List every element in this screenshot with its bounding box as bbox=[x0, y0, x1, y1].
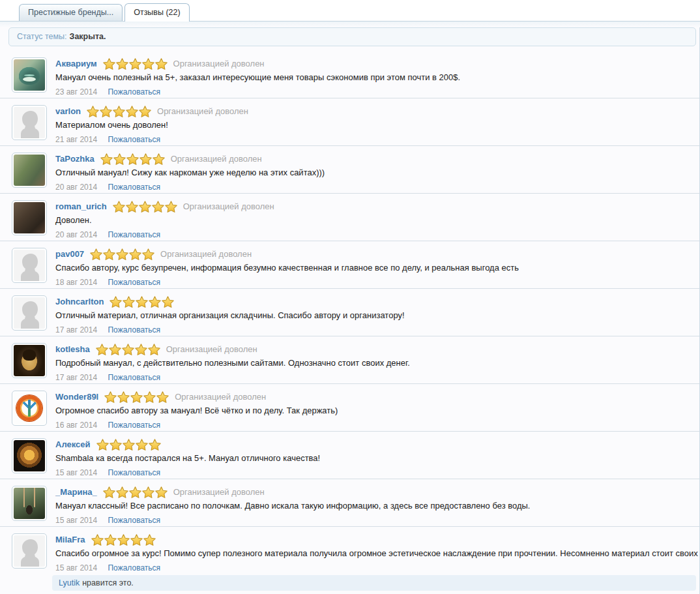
review-meta: 17 авг 2014 Пожаловаться bbox=[55, 373, 410, 382]
review-meta: 21 авг 2014 Пожаловаться bbox=[55, 135, 248, 144]
report-link[interactable]: Пожаловаться bbox=[108, 230, 160, 239]
avatar[interactable] bbox=[12, 391, 47, 426]
username-link[interactable]: TaPozhka bbox=[55, 154, 95, 164]
avatar[interactable] bbox=[12, 486, 47, 521]
tab-bar: Престижные бренды... Отзывы (22) bbox=[0, 0, 700, 22]
org-satisfied-label: Организацией доволен bbox=[173, 59, 265, 68]
avatar-image bbox=[14, 202, 45, 233]
review-date: 16 авг 2014 bbox=[55, 421, 97, 430]
review-body: Johncarlton Отличный материал, отличная … bbox=[55, 295, 405, 336]
review-text: Спасибо автору, курс безупречен, информа… bbox=[55, 262, 519, 273]
avatar-image bbox=[14, 297, 45, 329]
report-link[interactable]: Пожаловаться bbox=[108, 325, 160, 334]
avatar[interactable] bbox=[12, 105, 47, 140]
main-content: Статус темы:Закрыта. Аквариум bbox=[0, 27, 700, 594]
star-icon bbox=[122, 344, 134, 355]
report-link[interactable]: Пожаловаться bbox=[108, 421, 160, 430]
avatar-image bbox=[14, 393, 45, 424]
review-text: Отличный материал, отличная организация … bbox=[55, 310, 405, 321]
report-link[interactable]: Пожаловаться bbox=[108, 563, 160, 572]
username-link[interactable]: roman_urich bbox=[55, 201, 107, 211]
review-text: Спасибо огромное за курс! Помимо супер п… bbox=[55, 548, 694, 559]
review-text: Подробный мануал, с действительно полезн… bbox=[55, 357, 410, 368]
likes-suffix-text: нравится это. bbox=[82, 578, 134, 587]
star-icon bbox=[149, 439, 161, 451]
username-link[interactable]: Johncarlton bbox=[55, 297, 104, 306]
review-date: 15 авг 2014 bbox=[55, 516, 97, 525]
username-link[interactable]: kotlesha bbox=[55, 344, 90, 354]
review-meta: 15 авг 2014 Пожаловаться bbox=[55, 516, 530, 525]
star-icon bbox=[103, 486, 115, 498]
review-header: kotlesha Организацией доволен bbox=[55, 343, 410, 355]
star-icon bbox=[142, 486, 154, 498]
avatar[interactable] bbox=[12, 438, 47, 473]
username-link[interactable]: Алексей bbox=[55, 439, 91, 449]
review-text: Огромное спасибо автору за мануал! Всё ч… bbox=[55, 405, 338, 416]
review-date: 15 авг 2014 bbox=[55, 468, 97, 477]
star-icon bbox=[162, 296, 174, 308]
star-icon bbox=[139, 201, 151, 213]
report-link[interactable]: Пожаловаться bbox=[108, 373, 160, 382]
star-icon bbox=[87, 106, 99, 117]
review-header: varlon Организацией доволен bbox=[55, 105, 248, 117]
review-item: _Марина_ Организацией доволен Мануал кла… bbox=[0, 479, 699, 526]
review-item: MilaFra Спасибо огромное за курс! Помимо… bbox=[0, 526, 699, 574]
tab-reviews[interactable]: Отзывы (22) bbox=[124, 3, 190, 22]
org-satisfied-label: Организацией доволен bbox=[183, 201, 274, 211]
review-text: Мануал классный! Все расписано по полочк… bbox=[55, 500, 530, 511]
username-link[interactable]: Wonder89l bbox=[55, 392, 98, 402]
forum-reviews-page: Престижные бренды... Отзывы (22) Статус … bbox=[0, 0, 700, 594]
avatar[interactable] bbox=[12, 200, 47, 235]
review-date: 15 авг 2014 bbox=[55, 563, 97, 572]
star-icon bbox=[139, 153, 152, 165]
star-icon bbox=[130, 391, 143, 403]
liker-username-link[interactable]: Lyutik bbox=[59, 578, 80, 587]
report-link[interactable]: Пожаловаться bbox=[108, 183, 160, 192]
tab-prestige-brands[interactable]: Престижные бренды... bbox=[19, 4, 123, 21]
avatar[interactable] bbox=[12, 153, 47, 188]
star-icon bbox=[109, 439, 122, 451]
report-link[interactable]: Пожаловаться bbox=[108, 135, 160, 144]
username-link[interactable]: pav007 bbox=[55, 249, 84, 259]
review-meta: 15 авг 2014 Пожаловаться bbox=[55, 468, 320, 477]
rating-five-stars bbox=[96, 439, 161, 451]
avatar-image bbox=[14, 59, 45, 91]
rating-five-stars bbox=[91, 534, 156, 546]
star-icon bbox=[116, 58, 128, 70]
star-icon bbox=[103, 58, 115, 70]
review-text: Материалом очень доволен! bbox=[55, 119, 248, 130]
review-body: kotlesha Организацией доволен Подробный … bbox=[55, 343, 410, 383]
star-icon bbox=[109, 344, 121, 355]
star-icon bbox=[155, 58, 168, 70]
star-icon bbox=[129, 58, 141, 70]
review-text: Отличный мануал! Сижу как наркоман уже н… bbox=[55, 167, 325, 178]
avatar[interactable] bbox=[12, 248, 47, 283]
avatar[interactable] bbox=[12, 295, 47, 331]
star-icon bbox=[126, 106, 138, 117]
username-link[interactable]: varlon bbox=[55, 106, 81, 116]
star-icon bbox=[100, 106, 112, 117]
avatar[interactable] bbox=[12, 533, 47, 569]
username-link[interactable]: _Марина_ bbox=[55, 487, 97, 497]
username-link[interactable]: MilaFra bbox=[55, 535, 85, 544]
star-icon bbox=[149, 296, 161, 308]
review-body: _Марина_ Организацией доволен Мануал кла… bbox=[55, 486, 530, 526]
star-icon bbox=[130, 534, 143, 546]
review-item: Алексей Shambala ка всегда постарался на… bbox=[0, 431, 699, 479]
default-avatar-silhouette-icon bbox=[14, 250, 45, 281]
avatar[interactable] bbox=[12, 343, 47, 378]
avatar[interactable] bbox=[12, 57, 47, 93]
report-link[interactable]: Пожаловаться bbox=[108, 468, 160, 477]
star-icon bbox=[91, 534, 104, 546]
report-link[interactable]: Пожаловаться bbox=[108, 87, 160, 97]
review-meta: 23 авг 2014 Пожаловаться bbox=[55, 87, 460, 97]
username-link[interactable]: Аквариум bbox=[55, 59, 97, 68]
review-date: 20 авг 2014 bbox=[55, 230, 97, 239]
star-icon bbox=[136, 296, 148, 308]
report-link[interactable]: Пожаловаться bbox=[108, 516, 160, 525]
review-item: Аквариум Организацией доволен Мануал оче… bbox=[0, 51, 699, 98]
report-link[interactable]: Пожаловаться bbox=[108, 278, 160, 287]
star-icon bbox=[100, 153, 113, 165]
likes-bar: Lyutikнравится это. bbox=[52, 575, 696, 591]
thread-status-bar: Статус темы:Закрыта. bbox=[8, 27, 696, 46]
